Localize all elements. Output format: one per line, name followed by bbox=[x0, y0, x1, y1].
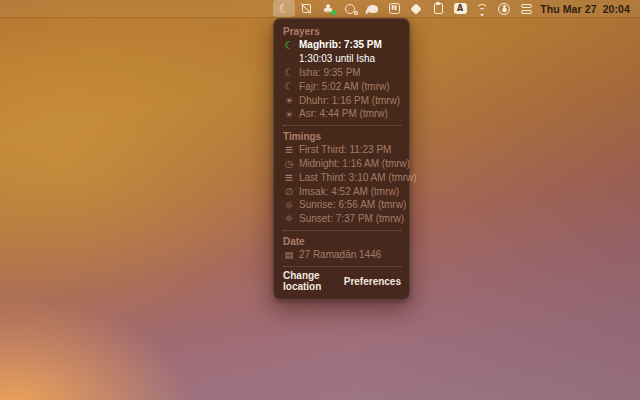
prayer-row-fajr: Fajr: 5:02 AM (tmrw) bbox=[283, 79, 401, 93]
control-center-icon[interactable] bbox=[515, 0, 537, 17]
sunrise-icon bbox=[283, 200, 295, 211]
crescent-moon-icon bbox=[283, 40, 295, 51]
input-source-icon[interactable] bbox=[449, 0, 471, 17]
timing-row-label: Midnight: 1:16 AM (tmrw) bbox=[299, 158, 410, 169]
sun-icon bbox=[283, 109, 295, 120]
divider bbox=[283, 125, 401, 126]
sunset-icon bbox=[283, 213, 295, 224]
divider bbox=[283, 266, 401, 267]
prayer-row-isha: Isha: 9:35 PM bbox=[283, 66, 401, 80]
timing-row-imsak: Imsak: 4:52 AM (tmrw) bbox=[283, 184, 401, 198]
prayer-row-label: Asr: 4:44 PM (tmrw) bbox=[299, 108, 388, 119]
popover-footer: Change location Preferences bbox=[283, 270, 401, 292]
prayer-row-asr: Asr: 4:44 PM (tmrw) bbox=[283, 107, 401, 121]
prayer-row-label: Dhuhr: 1:16 PM (tmrw) bbox=[299, 95, 400, 106]
timing-row-first-third: First Third: 11:23 PM bbox=[283, 143, 401, 157]
wifi-icon[interactable] bbox=[471, 0, 493, 17]
preferences-button[interactable]: Preferences bbox=[344, 276, 401, 287]
prayer-row-dhuhr: Dhuhr: 1:16 PM (tmrw) bbox=[283, 93, 401, 107]
prayer-row-label: Isha: 9:35 PM bbox=[299, 67, 361, 78]
calendar-icon bbox=[283, 249, 295, 260]
menubar-time: 20:04 bbox=[603, 3, 630, 15]
thirds-icon bbox=[283, 172, 295, 183]
bell-slash-icon[interactable] bbox=[295, 0, 317, 17]
countdown-row: 1:30:03 until Isha bbox=[283, 52, 401, 66]
menubar-date: Thu Mar 27 bbox=[540, 3, 596, 15]
timing-row-label: Sunset: 7:37 PM (tmrw) bbox=[299, 213, 404, 224]
ban-icon bbox=[283, 186, 295, 197]
clipboard-icon[interactable] bbox=[427, 0, 449, 17]
menu-bar: Thu Mar 27 20:04 bbox=[0, 0, 640, 17]
user-circle-icon[interactable] bbox=[493, 0, 515, 17]
timing-row-label: Last Third: 3:10 AM (tmrw) bbox=[299, 172, 417, 183]
timing-row-last-third: Last Third: 3:10 AM (tmrw) bbox=[283, 170, 401, 184]
prayer-row-maghrib: Maghrib: 7:35 PM bbox=[283, 38, 401, 52]
prayers-section-header: Prayers bbox=[283, 25, 401, 38]
prayer-times-popover: Prayers Maghrib: 7:35 PM 1:30:03 until I… bbox=[273, 18, 410, 300]
timing-row-sunset: Sunset: 7:37 PM (tmrw) bbox=[283, 212, 401, 226]
paw-icon[interactable] bbox=[317, 0, 339, 17]
timing-row-sunrise: Sunrise: 6:56 AM (tmrw) bbox=[283, 198, 401, 212]
crescent-moon-icon bbox=[283, 81, 295, 92]
timing-row-label: Imsak: 4:52 AM (tmrw) bbox=[299, 186, 399, 197]
prayer-row-label: Fajr: 5:02 AM (tmrw) bbox=[299, 81, 390, 92]
timing-row-label: Sunrise: 6:56 AM (tmrw) bbox=[299, 199, 406, 210]
clock-lock-icon[interactable] bbox=[339, 0, 361, 17]
timing-row-label: First Third: 11:23 PM bbox=[299, 144, 391, 155]
date-row: 27 Ramaḍān 1446 bbox=[283, 248, 401, 262]
date-section-header: Date bbox=[283, 235, 401, 248]
clock-icon bbox=[283, 158, 295, 169]
menubar-clock[interactable]: Thu Mar 27 20:04 bbox=[540, 3, 630, 15]
diamond-icon[interactable] bbox=[405, 0, 427, 17]
sun-icon bbox=[283, 95, 295, 106]
thirds-icon bbox=[283, 144, 295, 155]
crescent-moon-icon bbox=[283, 67, 295, 78]
menu-bar-status-items: Thu Mar 27 20:04 bbox=[273, 0, 630, 17]
divider bbox=[283, 230, 401, 231]
timing-row-midnight: Midnight: 1:16 AM (tmrw) bbox=[283, 157, 401, 171]
prayer-app-menubar-icon[interactable] bbox=[273, 0, 295, 17]
hijri-date-label: 27 Ramaḍān 1446 bbox=[299, 249, 381, 260]
change-location-button[interactable]: Change location bbox=[283, 270, 340, 292]
timings-section-header: Timings bbox=[283, 130, 401, 143]
elephant-icon[interactable] bbox=[361, 0, 383, 17]
prayer-row-label: Maghrib: 7:35 PM bbox=[299, 39, 382, 50]
countdown-label: 1:30:03 until Isha bbox=[299, 53, 375, 64]
notion-icon[interactable] bbox=[383, 0, 405, 17]
